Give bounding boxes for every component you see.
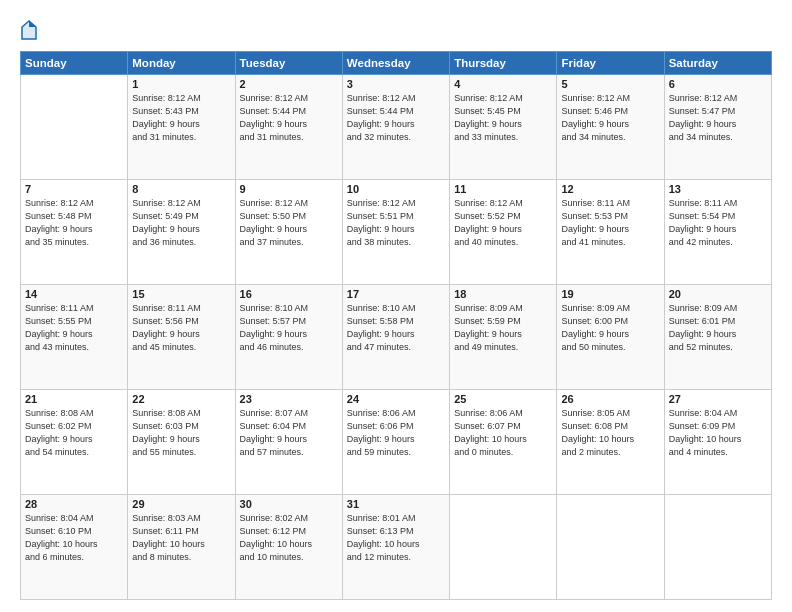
day-info: Sunrise: 8:12 AMSunset: 5:47 PMDaylight:… [669,92,767,144]
day-number: 1 [132,78,230,90]
day-number: 20 [669,288,767,300]
calendar-cell: 23Sunrise: 8:07 AMSunset: 6:04 PMDayligh… [235,390,342,495]
day-number: 31 [347,498,445,510]
day-info: Sunrise: 8:09 AMSunset: 6:01 PMDaylight:… [669,302,767,354]
calendar-week-row: 7Sunrise: 8:12 AMSunset: 5:48 PMDaylight… [21,180,772,285]
logo [20,18,40,41]
calendar-cell: 7Sunrise: 8:12 AMSunset: 5:48 PMDaylight… [21,180,128,285]
day-number: 24 [347,393,445,405]
calendar-cell: 25Sunrise: 8:06 AMSunset: 6:07 PMDayligh… [450,390,557,495]
day-info: Sunrise: 8:12 AMSunset: 5:43 PMDaylight:… [132,92,230,144]
calendar-cell: 6Sunrise: 8:12 AMSunset: 5:47 PMDaylight… [664,75,771,180]
day-number: 8 [132,183,230,195]
day-info: Sunrise: 8:12 AMSunset: 5:48 PMDaylight:… [25,197,123,249]
day-info: Sunrise: 8:11 AMSunset: 5:56 PMDaylight:… [132,302,230,354]
day-number: 3 [347,78,445,90]
day-number: 6 [669,78,767,90]
day-info: Sunrise: 8:12 AMSunset: 5:52 PMDaylight:… [454,197,552,249]
weekday-header-monday: Monday [128,52,235,75]
day-info: Sunrise: 8:12 AMSunset: 5:51 PMDaylight:… [347,197,445,249]
day-info: Sunrise: 8:05 AMSunset: 6:08 PMDaylight:… [561,407,659,459]
calendar-cell [21,75,128,180]
day-number: 4 [454,78,552,90]
header [20,18,772,41]
day-number: 18 [454,288,552,300]
calendar-week-row: 1Sunrise: 8:12 AMSunset: 5:43 PMDaylight… [21,75,772,180]
calendar-cell: 16Sunrise: 8:10 AMSunset: 5:57 PMDayligh… [235,285,342,390]
day-info: Sunrise: 8:12 AMSunset: 5:50 PMDaylight:… [240,197,338,249]
calendar-cell: 28Sunrise: 8:04 AMSunset: 6:10 PMDayligh… [21,495,128,600]
day-info: Sunrise: 8:03 AMSunset: 6:11 PMDaylight:… [132,512,230,564]
day-number: 22 [132,393,230,405]
day-info: Sunrise: 8:12 AMSunset: 5:46 PMDaylight:… [561,92,659,144]
day-info: Sunrise: 8:08 AMSunset: 6:02 PMDaylight:… [25,407,123,459]
day-info: Sunrise: 8:04 AMSunset: 6:10 PMDaylight:… [25,512,123,564]
page: SundayMondayTuesdayWednesdayThursdayFrid… [0,0,792,612]
day-info: Sunrise: 8:12 AMSunset: 5:45 PMDaylight:… [454,92,552,144]
calendar-cell: 8Sunrise: 8:12 AMSunset: 5:49 PMDaylight… [128,180,235,285]
calendar-cell: 21Sunrise: 8:08 AMSunset: 6:02 PMDayligh… [21,390,128,495]
day-number: 10 [347,183,445,195]
weekday-header-tuesday: Tuesday [235,52,342,75]
day-info: Sunrise: 8:10 AMSunset: 5:57 PMDaylight:… [240,302,338,354]
weekday-header-saturday: Saturday [664,52,771,75]
day-number: 12 [561,183,659,195]
day-info: Sunrise: 8:11 AMSunset: 5:55 PMDaylight:… [25,302,123,354]
day-info: Sunrise: 8:04 AMSunset: 6:09 PMDaylight:… [669,407,767,459]
calendar-cell [450,495,557,600]
day-info: Sunrise: 8:12 AMSunset: 5:49 PMDaylight:… [132,197,230,249]
day-number: 17 [347,288,445,300]
day-number: 5 [561,78,659,90]
calendar-cell: 14Sunrise: 8:11 AMSunset: 5:55 PMDayligh… [21,285,128,390]
day-number: 15 [132,288,230,300]
calendar-cell: 29Sunrise: 8:03 AMSunset: 6:11 PMDayligh… [128,495,235,600]
day-info: Sunrise: 8:06 AMSunset: 6:07 PMDaylight:… [454,407,552,459]
calendar-cell: 27Sunrise: 8:04 AMSunset: 6:09 PMDayligh… [664,390,771,495]
calendar-cell: 31Sunrise: 8:01 AMSunset: 6:13 PMDayligh… [342,495,449,600]
day-number: 30 [240,498,338,510]
day-number: 29 [132,498,230,510]
day-number: 19 [561,288,659,300]
day-number: 9 [240,183,338,195]
calendar-cell: 2Sunrise: 8:12 AMSunset: 5:44 PMDaylight… [235,75,342,180]
calendar-cell: 4Sunrise: 8:12 AMSunset: 5:45 PMDaylight… [450,75,557,180]
calendar-cell: 5Sunrise: 8:12 AMSunset: 5:46 PMDaylight… [557,75,664,180]
day-number: 28 [25,498,123,510]
calendar-week-row: 14Sunrise: 8:11 AMSunset: 5:55 PMDayligh… [21,285,772,390]
calendar-cell: 10Sunrise: 8:12 AMSunset: 5:51 PMDayligh… [342,180,449,285]
day-number: 27 [669,393,767,405]
day-number: 26 [561,393,659,405]
weekday-header-wednesday: Wednesday [342,52,449,75]
day-number: 7 [25,183,123,195]
weekday-header-row: SundayMondayTuesdayWednesdayThursdayFrid… [21,52,772,75]
svg-marker-2 [29,21,36,27]
calendar-cell [664,495,771,600]
day-info: Sunrise: 8:01 AMSunset: 6:13 PMDaylight:… [347,512,445,564]
calendar-cell: 3Sunrise: 8:12 AMSunset: 5:44 PMDaylight… [342,75,449,180]
weekday-header-friday: Friday [557,52,664,75]
calendar-week-row: 21Sunrise: 8:08 AMSunset: 6:02 PMDayligh… [21,390,772,495]
day-info: Sunrise: 8:08 AMSunset: 6:03 PMDaylight:… [132,407,230,459]
day-info: Sunrise: 8:10 AMSunset: 5:58 PMDaylight:… [347,302,445,354]
calendar-cell: 11Sunrise: 8:12 AMSunset: 5:52 PMDayligh… [450,180,557,285]
day-info: Sunrise: 8:09 AMSunset: 5:59 PMDaylight:… [454,302,552,354]
calendar-cell: 15Sunrise: 8:11 AMSunset: 5:56 PMDayligh… [128,285,235,390]
day-number: 25 [454,393,552,405]
calendar-cell: 12Sunrise: 8:11 AMSunset: 5:53 PMDayligh… [557,180,664,285]
calendar-cell: 1Sunrise: 8:12 AMSunset: 5:43 PMDaylight… [128,75,235,180]
weekday-header-sunday: Sunday [21,52,128,75]
day-info: Sunrise: 8:02 AMSunset: 6:12 PMDaylight:… [240,512,338,564]
calendar-cell: 22Sunrise: 8:08 AMSunset: 6:03 PMDayligh… [128,390,235,495]
calendar-cell: 24Sunrise: 8:06 AMSunset: 6:06 PMDayligh… [342,390,449,495]
day-info: Sunrise: 8:11 AMSunset: 5:53 PMDaylight:… [561,197,659,249]
day-number: 11 [454,183,552,195]
calendar-cell: 13Sunrise: 8:11 AMSunset: 5:54 PMDayligh… [664,180,771,285]
day-info: Sunrise: 8:11 AMSunset: 5:54 PMDaylight:… [669,197,767,249]
calendar-cell [557,495,664,600]
day-info: Sunrise: 8:07 AMSunset: 6:04 PMDaylight:… [240,407,338,459]
calendar-table: SundayMondayTuesdayWednesdayThursdayFrid… [20,51,772,600]
calendar-cell: 17Sunrise: 8:10 AMSunset: 5:58 PMDayligh… [342,285,449,390]
day-number: 21 [25,393,123,405]
calendar-cell: 26Sunrise: 8:05 AMSunset: 6:08 PMDayligh… [557,390,664,495]
calendar-cell: 9Sunrise: 8:12 AMSunset: 5:50 PMDaylight… [235,180,342,285]
